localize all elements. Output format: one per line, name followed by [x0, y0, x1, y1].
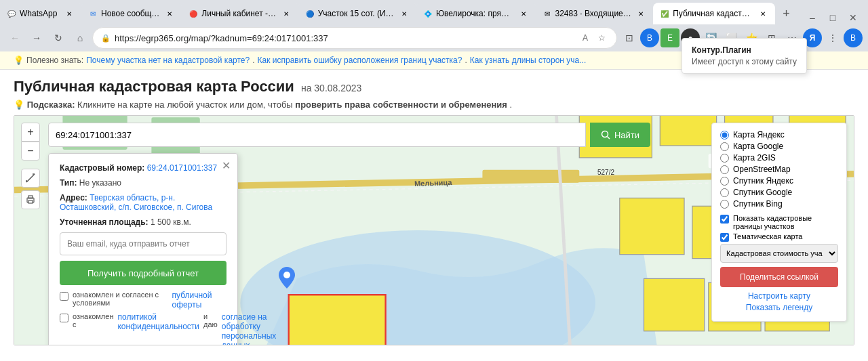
- map-pin: [279, 267, 295, 291]
- info-link-3[interactable]: Как узнать длины сторон уча...: [470, 56, 586, 65]
- share-link-button[interactable]: Поделиться ссылкой: [720, 267, 838, 287]
- plugin-tooltip-title: Контур.Плагин: [692, 45, 797, 55]
- url-bar[interactable]: 🔒 https://egrp365.org/map/?kadnum=69:24:…: [92, 27, 617, 49]
- translate-icon[interactable]: A: [578, 31, 592, 45]
- map-tools: [21, 169, 40, 209]
- layer-google-radio[interactable]: [720, 142, 729, 151]
- privacy-link[interactable]: политикой конфиденциальности: [117, 312, 199, 331]
- thematic-select[interactable]: Кадастровая стоимость уча: [720, 244, 838, 263]
- show-legend-link[interactable]: Показать легенду: [720, 303, 838, 312]
- measure-tool[interactable]: [21, 169, 40, 188]
- submit-report-button[interactable]: Получить подробный отчет: [60, 261, 226, 285]
- page-main-title: Публичная кадастровая карта России: [14, 78, 294, 95]
- svg-line-23: [26, 174, 35, 182]
- forward-button[interactable]: →: [27, 28, 46, 47]
- layer-sat-yandex[interactable]: Спутник Яндекс: [720, 176, 838, 186]
- info-link-2[interactable]: Как исправить ошибку расположения границ…: [258, 56, 462, 65]
- layer-osm-radio[interactable]: [720, 165, 729, 174]
- personal-data-link[interactable]: согласие на обработку персональных данны…: [222, 312, 276, 345]
- setup-map-link[interactable]: Настроить карту: [720, 291, 838, 301]
- tab-title-inbox: 32483 · Входящие — ...: [555, 9, 633, 18]
- browser-icon[interactable]: B: [844, 28, 863, 47]
- layer-google[interactable]: Карта Google: [720, 142, 838, 151]
- map-search: Найти: [48, 123, 650, 147]
- layer-sat-yandex-radio[interactable]: [720, 177, 729, 186]
- check1-text: ознакомлен и согласен с условиями: [73, 291, 168, 307]
- print-tool[interactable]: [21, 190, 40, 209]
- thematic-label: Тематическая карта: [733, 232, 802, 240]
- url-text: https://egrp365.org/map/?kadnum=69:24:01…: [115, 33, 574, 43]
- tab-close-whatsapp[interactable]: ✕: [64, 8, 75, 19]
- layer-2gis[interactable]: Карта 2GIS: [720, 153, 838, 163]
- popup-type-value: Не указано: [79, 178, 121, 188]
- page-subtitle: 💡 Подсказка: Кликните на карте на любой …: [14, 100, 854, 110]
- info-link-1[interactable]: Почему участка нет на кадастровой карте?: [86, 56, 250, 65]
- popup-type-label: Тип:: [60, 178, 77, 188]
- tab-new-message[interactable]: ✉ Новое сообщение ✕: [81, 3, 182, 24]
- layer-sat-google-radio[interactable]: [720, 188, 729, 197]
- layer-sat-yandex-label: Спутник Яндекс: [733, 176, 793, 186]
- map-container[interactable]: Мельница 527/2 Сиговск. территориальн. о…: [14, 115, 854, 345]
- svg-rect-18: [482, 170, 579, 183]
- layer-2gis-radio[interactable]: [720, 154, 729, 163]
- tab-uchastok[interactable]: 🔵 Участок 15 сот. (ИЖС... ✕: [298, 3, 416, 24]
- new-tab-button[interactable]: +: [775, 3, 797, 24]
- zoom-in-button[interactable]: +: [21, 123, 40, 142]
- page-content: 💡 Полезно знать: Почему участка нет на к…: [0, 51, 868, 361]
- tab-close-yuvelirnaya[interactable]: ✕: [518, 8, 529, 19]
- layer-yandex-radio[interactable]: [720, 131, 729, 140]
- bulb-icon: 💡: [14, 56, 24, 65]
- tab-close-inbox[interactable]: ✕: [635, 8, 646, 19]
- popup-address-row: Адрес: Тверская область, р-н. Осташковск…: [60, 193, 226, 212]
- extension-e-icon[interactable]: E: [660, 28, 679, 47]
- window-controls: – □ ✕: [797, 11, 868, 24]
- layer-osm[interactable]: OpenStreetMap: [720, 165, 838, 174]
- popup-kadnum-label: Кадастровый номер:: [60, 163, 144, 173]
- layer-sat-google[interactable]: Спутник Google: [720, 188, 838, 197]
- show-boundaries-checkbox[interactable]: [720, 215, 729, 224]
- refresh-button[interactable]: ↻: [49, 28, 68, 47]
- popup-type-row: Тип: Не указано: [60, 178, 226, 188]
- layer-thematic[interactable]: Тематическая карта: [720, 232, 838, 242]
- home-button[interactable]: ⌂: [71, 28, 90, 47]
- maximize-button[interactable]: □: [823, 11, 842, 24]
- subtitle-label: Подсказка:: [27, 100, 75, 110]
- zoom-out-button[interactable]: −: [21, 142, 40, 161]
- tab-close-new-message[interactable]: ✕: [164, 8, 175, 19]
- thematic-checkbox[interactable]: [720, 233, 729, 242]
- layer-google-label: Карта Google: [733, 142, 783, 151]
- popup-kadnum-link[interactable]: 69:24.0171001:337: [147, 163, 217, 173]
- cast-icon[interactable]: ⊡: [620, 28, 639, 47]
- tab-yuvelirnaya[interactable]: 💠 Ювелирочка: прямой ... ✕: [416, 3, 536, 24]
- oferta-link[interactable]: публичной оферты: [172, 291, 226, 310]
- tab-close-kadastrovaya[interactable]: ✕: [757, 8, 768, 19]
- layer-sat-bing-radio[interactable]: [720, 200, 729, 209]
- extension-b-icon[interactable]: B: [640, 28, 659, 47]
- layer-sat-bing[interactable]: Спутник Bing: [720, 199, 838, 209]
- layer-yandex-label: Карта Яндекс: [733, 130, 785, 140]
- tab-cabinet[interactable]: 🔴 Личный кабинет - Со... ✕: [182, 3, 298, 24]
- tab-title-whatsapp: WhatsApp: [20, 9, 60, 18]
- search-button[interactable]: Найти: [590, 123, 650, 147]
- close-button[interactable]: ✕: [844, 11, 863, 24]
- tab-inbox[interactable]: ✉ 32483 · Входящие — ... ✕: [536, 3, 654, 24]
- svg-rect-15: [289, 295, 386, 345]
- tab-close-cabinet[interactable]: ✕: [281, 8, 292, 19]
- bookmark-icon[interactable]: ☆: [595, 31, 608, 45]
- tab-favicon-kadastrovaya: ✅: [660, 9, 669, 18]
- tab-kadastrovaya[interactable]: ✅ Публичная кадастрове... ✕: [653, 3, 775, 24]
- menu-button[interactable]: ⋮: [823, 28, 842, 47]
- email-input[interactable]: [60, 232, 226, 255]
- tab-whatsapp[interactable]: 💬 WhatsApp ✕: [0, 3, 81, 24]
- privacy-checkbox[interactable]: [60, 314, 68, 322]
- popup-area-row: Уточненная площадь: 1 500 кв.м.: [60, 217, 226, 227]
- tab-close-uchastok[interactable]: ✕: [399, 8, 410, 19]
- minimize-button[interactable]: –: [803, 11, 822, 24]
- back-button[interactable]: ←: [5, 28, 24, 47]
- layer-show-boundaries[interactable]: Показать кадастровые границы участков: [720, 214, 838, 230]
- map-zoom-controls: + −: [21, 123, 40, 161]
- search-input[interactable]: [48, 123, 586, 147]
- layer-yandex[interactable]: Карта Яндекс: [720, 130, 838, 140]
- oferta-checkbox[interactable]: [60, 292, 68, 301]
- popup-close-button[interactable]: ✕: [222, 159, 231, 172]
